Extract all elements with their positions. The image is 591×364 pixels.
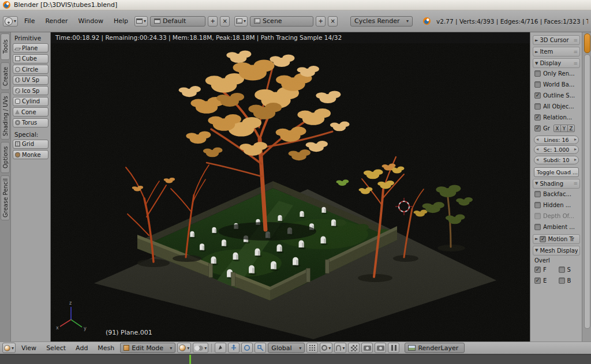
render-layer-select[interactable]: RenderLayer: [405, 343, 465, 353]
pivot-point-select[interactable]: ▾: [193, 343, 208, 353]
all-object-origins-row[interactable]: All Objec...: [533, 101, 580, 112]
translate-manipulator-button[interactable]: [228, 343, 240, 353]
panel-display[interactable]: ▼ Display ≡: [533, 58, 580, 68]
viewport-editor-type-button[interactable]: ▾: [2, 343, 16, 353]
ambient-occlusion-checkbox[interactable]: [534, 224, 541, 230]
tab-create[interactable]: Create: [1, 62, 10, 90]
only-render-row[interactable]: Only Ren...: [533, 68, 580, 79]
scrollbar-thumb-highlight[interactable]: [584, 33, 590, 53]
render-engine-select[interactable]: Cycles Render ▾: [350, 16, 413, 27]
faces-toggle[interactable]: ✓ F: [534, 267, 556, 273]
stepper-right-icon[interactable]: ▸: [574, 137, 577, 142]
viewport-shading-select[interactable]: ▾: [177, 343, 191, 353]
opengl-render-button[interactable]: [361, 343, 373, 353]
panel-grip-icon[interactable]: ≡: [573, 181, 578, 186]
hidden-wire-checkbox[interactable]: [534, 202, 541, 208]
mode-select[interactable]: Edit Mode ▾: [120, 343, 175, 353]
panel-grip-icon[interactable]: ≡: [573, 61, 578, 66]
bevel-checkbox[interactable]: [559, 277, 565, 284]
sharp-toggle[interactable]: S: [559, 267, 581, 273]
pause-render-button[interactable]: [388, 343, 399, 353]
stepper-left-icon[interactable]: ◂: [536, 147, 538, 152]
panel-shading[interactable]: ▼ Shading ≡: [533, 179, 580, 189]
layers-button[interactable]: [306, 343, 318, 353]
add-torus-button[interactable]: Torus: [13, 118, 48, 127]
grid-lines-field[interactable]: ◂ Lines: 16 ▸: [534, 136, 579, 144]
stepper-right-icon[interactable]: ▸: [574, 147, 577, 152]
panel-motion-tracking[interactable]: ► ✓ Motion Tr: [533, 234, 580, 244]
rotate-manipulator-button[interactable]: [241, 343, 253, 353]
grid-floor-row[interactable]: ✓ Gr X Y Z: [533, 123, 580, 134]
panel-scrollbar[interactable]: [582, 32, 591, 342]
stepper-left-icon[interactable]: ◂: [536, 157, 538, 162]
add-ico-sphere-button[interactable]: Ico Sp: [13, 86, 48, 95]
only-render-checkbox[interactable]: [534, 70, 541, 77]
faces-checkbox[interactable]: ✓: [534, 267, 541, 273]
world-background-row[interactable]: World Ba...: [533, 79, 580, 90]
stepper-right-icon[interactable]: ▸: [574, 157, 577, 162]
proportional-edit-select[interactable]: ▾: [320, 343, 332, 353]
grid-subdivisions-field[interactable]: ◂ Subdi: 10 ▸: [534, 156, 579, 164]
menu-window[interactable]: Window: [74, 16, 107, 26]
edges-checkbox[interactable]: ✓: [534, 277, 541, 284]
tab-shading-uvs[interactable]: Shading / UVs: [1, 92, 10, 140]
add-uv-sphere-button[interactable]: UV Sp: [13, 76, 48, 85]
scene-field[interactable]: Scene: [250, 16, 313, 27]
close-scene-button[interactable]: ×: [328, 16, 338, 27]
backface-culling-checkbox[interactable]: [534, 191, 541, 197]
world-background-checkbox[interactable]: [534, 81, 541, 88]
scale-manipulator-button[interactable]: [255, 343, 266, 353]
add-plane-button[interactable]: Plane: [13, 43, 48, 52]
close-layout-button[interactable]: ×: [220, 16, 230, 27]
menu-help[interactable]: Help: [110, 16, 132, 26]
menu-add[interactable]: Add: [72, 343, 92, 353]
scrollbar-thumb[interactable]: [584, 54, 590, 329]
panel-grip-icon[interactable]: ≡: [573, 49, 578, 55]
timeline-strip[interactable]: [0, 354, 591, 364]
motion-tracking-checkbox[interactable]: ✓: [540, 236, 546, 242]
panel-mesh-display[interactable]: ▼ Mesh Display: [533, 246, 580, 256]
3d-viewport[interactable]: Time:00:18.92 | Remaining:00:24.33 | Mem…: [51, 32, 530, 342]
relationship-lines-row[interactable]: ✓ Relation...: [533, 112, 580, 123]
opengl-render-anim-button[interactable]: [375, 343, 386, 353]
axis-z-toggle[interactable]: Z: [567, 125, 575, 132]
axis-y-toggle[interactable]: Y: [560, 125, 568, 132]
panel-item[interactable]: ► Item ≡: [533, 47, 580, 57]
all-object-origins-checkbox[interactable]: [534, 103, 541, 110]
grid-scale-field[interactable]: ◂ Sc: 1.000 ▸: [534, 145, 579, 154]
snap-select[interactable]: ▾: [334, 343, 346, 353]
timeline-playhead[interactable]: [189, 355, 191, 364]
tab-tools[interactable]: Tools: [1, 33, 10, 60]
hidden-wire-row[interactable]: Hidden ...: [533, 200, 580, 211]
add-circle-button[interactable]: Circle: [13, 65, 48, 74]
menu-view[interactable]: View: [17, 343, 40, 353]
toggle-quad-view-button[interactable]: Toggle Quad ...: [534, 167, 579, 177]
scene-browse-button[interactable]: ▾: [234, 16, 248, 27]
panel-grip-icon[interactable]: ≡: [573, 37, 578, 43]
relationship-lines-checkbox[interactable]: ✓: [534, 114, 541, 121]
grid-floor-checkbox[interactable]: ✓: [534, 125, 541, 132]
sharp-checkbox[interactable]: [559, 267, 565, 273]
edges-toggle[interactable]: ✓ E: [534, 277, 556, 284]
outline-selected-row[interactable]: ✓ Outline S...: [533, 90, 580, 101]
add-grid-button[interactable]: Grid: [13, 140, 48, 149]
manipulator-toggle-button[interactable]: [215, 343, 226, 353]
editor-type-button[interactable]: ▾: [3, 16, 18, 27]
transform-orientation-select[interactable]: Global ▾: [268, 343, 305, 353]
add-cone-button[interactable]: Cone: [13, 107, 48, 117]
menu-render[interactable]: Render: [41, 16, 72, 26]
add-layout-button[interactable]: +: [208, 16, 218, 27]
layout-browse-button[interactable]: ▾: [134, 16, 148, 27]
add-scene-button[interactable]: +: [316, 16, 326, 27]
menu-select[interactable]: Select: [42, 343, 70, 353]
menu-mesh[interactable]: Mesh: [93, 343, 118, 353]
bevel-toggle[interactable]: B: [559, 277, 581, 284]
tab-grease-pencil[interactable]: Grease Pencil: [1, 175, 10, 220]
tab-options[interactable]: Options: [1, 142, 10, 173]
stepper-left-icon[interactable]: ◂: [536, 137, 538, 142]
menu-file[interactable]: File: [20, 16, 39, 26]
add-monkey-button[interactable]: Monke: [13, 150, 48, 159]
add-cylinder-button[interactable]: Cylind: [13, 97, 48, 106]
backface-culling-row[interactable]: Backfac...: [533, 189, 580, 200]
add-cube-button[interactable]: Cube: [13, 54, 48, 63]
